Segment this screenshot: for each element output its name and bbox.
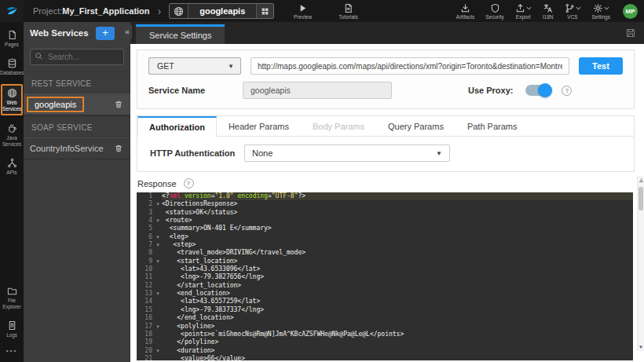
tutorials-button[interactable]: Tutorials bbox=[338, 3, 358, 20]
rail-item-databases[interactable]: Databases bbox=[1, 56, 23, 79]
preview-button[interactable]: Preview bbox=[294, 3, 312, 20]
editor-line: 20▾ <duration> bbox=[137, 347, 633, 355]
params-tab-authorization[interactable]: Authorization bbox=[137, 116, 217, 137]
services-panel-header: Web Services + bbox=[24, 22, 130, 44]
params-tab-header-params[interactable]: Header Params bbox=[217, 116, 301, 137]
service-name: CountryInfoService bbox=[30, 144, 104, 153]
scroll-down-icon[interactable]: ▼ bbox=[639, 345, 643, 349]
upload-icon bbox=[515, 3, 525, 13]
code-text: <lng>-79.3827656</lng> bbox=[162, 273, 633, 281]
code-text: <leg> bbox=[162, 233, 633, 241]
editor-line: 3 <status>OK</status> bbox=[137, 209, 633, 217]
topbar-item-label: Settings bbox=[592, 14, 611, 20]
services-panel-title: Web Services bbox=[30, 28, 89, 38]
line-number: 6 bbox=[137, 233, 154, 241]
topbar-export-button[interactable]: Export bbox=[515, 3, 532, 20]
more-options-button[interactable]: ••• bbox=[6, 347, 17, 354]
editor-line: 17▾ <polyline> bbox=[137, 323, 633, 331]
rail-item-pages[interactable]: Pages bbox=[1, 27, 23, 50]
topbar-item-label: Security bbox=[485, 14, 503, 20]
service-selector[interactable]: googleapis bbox=[169, 3, 274, 19]
http-method-select[interactable]: GET ▼ bbox=[148, 57, 241, 75]
code-text: <route> bbox=[162, 217, 633, 225]
editor-line: 4▾ <route> bbox=[137, 217, 633, 225]
line-number: 10 bbox=[137, 265, 154, 273]
search-input[interactable] bbox=[30, 49, 124, 65]
rail-item-java-services[interactable]: Java Services bbox=[1, 121, 23, 150]
line-number: 4 bbox=[137, 217, 154, 225]
request-form: GET ▼ Test Service Name Use Proxy: ? bbox=[137, 49, 635, 109]
grid-icon[interactable] bbox=[256, 4, 273, 18]
test-button[interactable]: Test bbox=[579, 57, 623, 75]
trash-icon[interactable] bbox=[114, 144, 123, 153]
chevron-down-icon bbox=[526, 6, 532, 10]
http-authentication-select[interactable]: None ▼ bbox=[244, 144, 450, 162]
topbar-i18n-button[interactable]: I18N bbox=[543, 3, 554, 20]
topbar-security-button[interactable]: Security bbox=[485, 3, 503, 20]
rail-item-logs[interactable]: Logs bbox=[1, 318, 23, 341]
fold-toggle-icon[interactable]: ▾ bbox=[154, 323, 162, 331]
fold-toggle-icon[interactable]: ▾ bbox=[154, 347, 162, 355]
folder-icon bbox=[7, 286, 17, 296]
project-label: Project: bbox=[33, 6, 62, 16]
trash-icon[interactable] bbox=[114, 100, 123, 109]
editor-line: 21 <value>66</value> bbox=[137, 355, 633, 360]
line-number: 12 bbox=[137, 282, 154, 290]
code-text: </polyline> bbox=[162, 338, 633, 346]
globe-icon bbox=[7, 88, 17, 98]
service-list-item-googleapis[interactable]: googleapis bbox=[24, 93, 130, 115]
avatar[interactable]: MP bbox=[623, 4, 638, 19]
service-name-input[interactable] bbox=[243, 82, 392, 99]
editor-line: 8 <travel_mode>DRIVING</travel_mode> bbox=[137, 249, 633, 257]
topbar-artifacts-button[interactable]: Artifacts bbox=[456, 3, 474, 20]
code-text: <step> bbox=[162, 241, 633, 249]
project-name[interactable]: My_First_Application bbox=[62, 6, 149, 16]
code-text: <points>e`miGhmocNs@Rm@N]JmA^KBcAZSFWHe@… bbox=[162, 331, 633, 338]
response-label: Response bbox=[137, 179, 177, 188]
topbar-item-label: Artifacts bbox=[456, 14, 474, 20]
topbar-settings-button[interactable]: Settings bbox=[592, 3, 611, 20]
fold-toggle-icon[interactable]: ▾ bbox=[154, 233, 162, 241]
fold-toggle-icon[interactable]: ▾ bbox=[154, 258, 162, 265]
fold-gap bbox=[154, 249, 162, 257]
app-logo-icon[interactable] bbox=[0, 0, 24, 22]
topbar: Project:My_First_Application › googleapi… bbox=[0, 0, 644, 22]
rail-item-apis[interactable]: APIs bbox=[1, 155, 23, 178]
logfile-icon bbox=[7, 320, 17, 331]
params-tab-path-params[interactable]: Path Params bbox=[456, 116, 529, 137]
response-help-icon[interactable]: ? bbox=[184, 178, 194, 188]
code-text: <value>66</value> bbox=[162, 355, 633, 360]
fold-toggle-icon[interactable]: ▾ bbox=[154, 241, 162, 249]
rail-item-label: Pages bbox=[5, 42, 19, 48]
main-scrollbar[interactable]: ▼ bbox=[637, 176, 644, 351]
rail-item-web-services[interactable]: Web Services bbox=[1, 84, 23, 116]
chevron-down-icon bbox=[604, 6, 609, 10]
add-service-button[interactable]: + bbox=[96, 27, 115, 40]
editor-line: 1<?xml version="1.0" encoding="UTF-8"?> bbox=[137, 192, 633, 200]
code-text: <?xml version="1.0" encoding="UTF-8"?> bbox=[162, 192, 633, 200]
fold-toggle-icon[interactable]: ▾ bbox=[154, 200, 162, 208]
params-tab-query-params[interactable]: Query Params bbox=[376, 116, 456, 137]
service-list-item-countryinfoservice[interactable]: CountryInfoService bbox=[24, 137, 130, 159]
fold-toggle-icon[interactable]: ▾ bbox=[154, 290, 162, 298]
topbar-vcs-button[interactable]: VCS bbox=[565, 3, 581, 20]
collapse-panel-button[interactable]: « bbox=[123, 24, 132, 39]
line-number: 9 bbox=[137, 258, 154, 265]
editor-line: 14 <lat>43.6557259</lat> bbox=[137, 298, 633, 305]
editor-line: 16 </end_location> bbox=[137, 314, 633, 322]
search-icon bbox=[35, 52, 43, 60]
response-code-editor[interactable]: 1<?xml version="1.0" encoding="UTF-8"?>2… bbox=[137, 192, 633, 360]
fold-gap bbox=[154, 265, 162, 273]
save-icon[interactable] bbox=[625, 27, 636, 38]
fold-toggle-icon[interactable]: ▾ bbox=[154, 217, 162, 225]
preview-label: Preview bbox=[294, 14, 312, 20]
rail-item-file-explorer[interactable]: File Explorer bbox=[1, 283, 23, 313]
scrollbar-thumb[interactable] bbox=[639, 187, 643, 210]
use-proxy-toggle[interactable] bbox=[525, 85, 551, 96]
tab-service-settings[interactable]: Service Settings bbox=[136, 24, 225, 44]
translate-icon bbox=[543, 3, 553, 13]
proxy-help-icon[interactable]: ? bbox=[562, 86, 572, 96]
request-url-input[interactable] bbox=[251, 57, 569, 75]
editor-line: 9▾ <start_location> bbox=[137, 258, 633, 265]
topbar-center: Preview Tutorials bbox=[294, 0, 358, 22]
